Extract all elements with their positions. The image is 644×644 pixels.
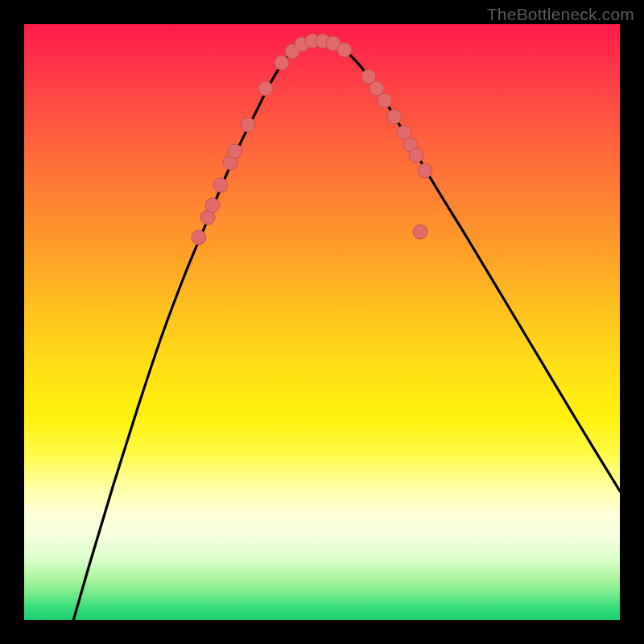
data-marker — [418, 163, 432, 178]
data-marker — [378, 93, 392, 108]
data-marker — [192, 230, 206, 245]
data-marker — [213, 178, 228, 192]
data-marker — [409, 148, 423, 163]
data-marker — [241, 118, 255, 132]
watermark-text: TheBottleneck.com — [487, 5, 634, 24]
data-marker — [275, 56, 289, 70]
data-markers — [192, 34, 432, 245]
plot-area — [24, 24, 620, 620]
chart-svg — [24, 24, 620, 620]
bottleneck-curve — [64, 40, 620, 644]
data-marker — [387, 109, 402, 124]
data-marker — [258, 81, 273, 96]
data-marker — [228, 144, 242, 159]
data-marker — [205, 198, 220, 213]
data-marker — [337, 43, 352, 57]
data-marker — [413, 225, 427, 239]
chart-frame: TheBottleneck.com — [0, 0, 644, 644]
